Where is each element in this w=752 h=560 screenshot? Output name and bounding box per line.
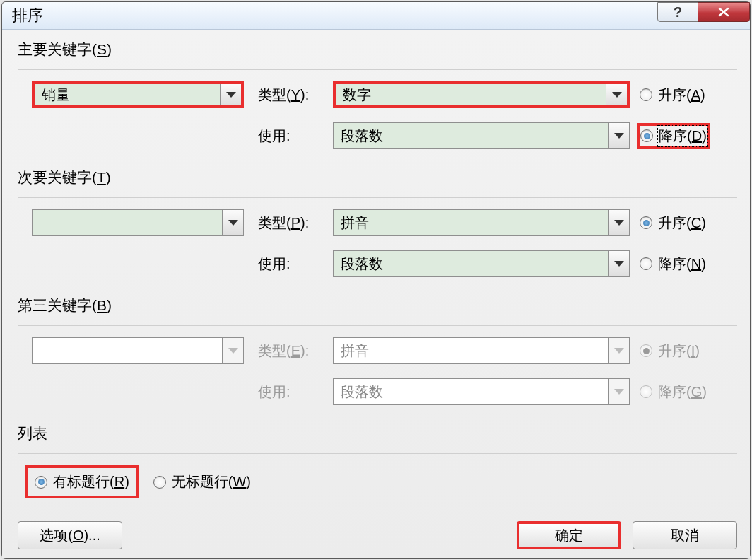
chevron-down-icon — [608, 123, 629, 148]
primary-type-value: 数字 — [336, 86, 606, 105]
help-button[interactable]: ? — [657, 2, 698, 22]
secondary-desc-radio[interactable]: 降序(N) — [640, 255, 706, 274]
options-button[interactable]: 选项(O)... — [18, 521, 122, 549]
ok-button[interactable]: 确定 — [517, 521, 621, 549]
secondary-type-label: 类型(P): — [258, 214, 330, 233]
tertiary-desc-radio: 降序(G) — [640, 383, 707, 402]
primary-use-value: 段落数 — [334, 127, 608, 146]
secondary-use-label: 使用: — [258, 255, 330, 274]
chevron-down-icon — [222, 210, 243, 235]
dialog-content: 主要关键字(S) 销量 类型(Y): 数字 升序(A) 使用: — [2, 30, 750, 558]
no-header-radio[interactable]: 无标题行(W) — [153, 472, 251, 491]
secondary-use-row: 使用: 段落数 降序(N) — [18, 250, 737, 277]
primary-asc-radio[interactable]: 升序(A) — [640, 86, 705, 105]
tertiary-key-combo[interactable] — [32, 337, 244, 364]
button-row: 选项(O)... 确定 取消 — [18, 521, 737, 549]
primary-type-label: 类型(Y): — [258, 86, 330, 105]
tertiary-use-row: 使用: 段落数 降序(G) — [18, 378, 737, 405]
tertiary-use-value: 段落数 — [334, 383, 608, 402]
primary-key-value: 销量 — [35, 86, 220, 105]
chevron-down-icon — [608, 251, 629, 276]
tertiary-type-combo: 拼音 — [333, 337, 630, 364]
tertiary-type-label: 类型(E): — [258, 342, 330, 361]
secondary-use-combo[interactable]: 段落数 — [333, 250, 630, 277]
chevron-down-icon — [608, 379, 629, 404]
has-header-highlight: 有标题行(R) — [25, 465, 139, 498]
tertiary-key-group-label: 第三关键字(B) — [18, 296, 737, 315]
divider — [18, 453, 737, 454]
primary-use-label: 使用: — [258, 127, 330, 146]
list-group-label: 列表 — [18, 424, 737, 443]
secondary-use-value: 段落数 — [334, 255, 608, 274]
close-icon — [717, 7, 731, 17]
primary-use-row: 使用: 段落数 降序(D) — [18, 122, 737, 149]
secondary-asc-radio[interactable]: 升序(C) — [640, 214, 706, 233]
tertiary-type-value: 拼音 — [334, 342, 608, 361]
primary-type-combo[interactable]: 数字 — [333, 81, 630, 108]
tertiary-use-label: 使用: — [258, 383, 330, 402]
secondary-key-combo[interactable] — [32, 209, 244, 236]
list-row: 有标题行(R) 无标题行(W) — [25, 465, 737, 498]
cancel-button[interactable]: 取消 — [633, 521, 737, 549]
secondary-key-row: 类型(P): 拼音 升序(C) — [18, 209, 737, 236]
divider — [18, 325, 737, 326]
divider — [18, 69, 737, 70]
primary-desc-highlight: 降序(D) — [637, 123, 710, 149]
sort-dialog: 排序 ? 主要关键字(S) 销量 类型(Y): — [1, 1, 751, 559]
chevron-down-icon — [222, 338, 243, 363]
tertiary-use-combo: 段落数 — [333, 378, 630, 405]
secondary-type-value: 拼音 — [334, 214, 608, 233]
titlebar: 排序 ? — [2, 2, 750, 30]
primary-desc-radio[interactable]: 降序(D) — [640, 127, 707, 146]
chevron-down-icon — [608, 338, 629, 363]
window-controls: ? — [657, 2, 750, 23]
primary-key-combo[interactable]: 销量 — [32, 81, 244, 108]
chevron-down-icon — [608, 210, 629, 235]
tertiary-asc-radio: 升序(I) — [640, 342, 700, 361]
chevron-down-icon — [606, 84, 627, 105]
primary-key-row: 销量 类型(Y): 数字 升序(A) — [18, 81, 737, 108]
divider — [18, 197, 737, 198]
secondary-type-combo[interactable]: 拼音 — [333, 209, 630, 236]
chevron-down-icon — [220, 84, 241, 105]
has-header-radio[interactable]: 有标题行(R) — [35, 472, 129, 491]
primary-use-combo[interactable]: 段落数 — [333, 122, 630, 149]
close-button[interactable] — [698, 2, 750, 22]
dialog-title: 排序 — [12, 5, 43, 26]
secondary-key-group-label: 次要关键字(T) — [18, 168, 737, 187]
primary-key-group-label: 主要关键字(S) — [18, 40, 737, 59]
tertiary-key-row: 类型(E): 拼音 升序(I) — [18, 337, 737, 364]
